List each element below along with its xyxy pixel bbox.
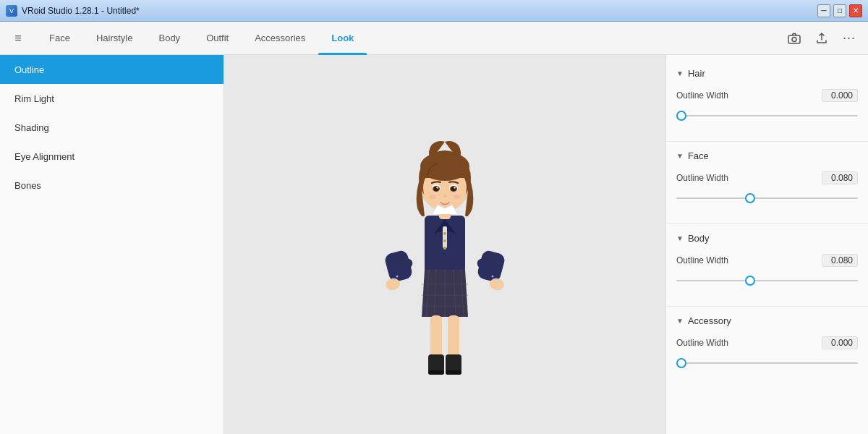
accessory-outline-row: Outline Width 0.000	[676, 336, 858, 349]
face-outline-slider[interactable]	[676, 197, 858, 199]
export-button[interactable]	[810, 27, 833, 50]
camera-button[interactable]	[783, 27, 806, 50]
content-area: Outline Rim Light Shading Eye Alignment …	[0, 55, 868, 434]
svg-point-11	[443, 239, 446, 242]
tab-face[interactable]: Face	[36, 22, 83, 55]
accessory-outline-slider[interactable]	[676, 362, 858, 364]
character-body	[383, 216, 506, 375]
hair-outline-slider-container[interactable]	[676, 108, 858, 122]
hair-outline-slider[interactable]	[676, 115, 858, 116]
section-accessory-content: Outline Width 0.000	[666, 332, 868, 386]
svg-rect-27	[428, 370, 444, 375]
divider-1	[666, 141, 868, 142]
sidebar: Outline Rim Light Shading Eye Alignment …	[0, 55, 224, 434]
sidebar-item-eye-alignment[interactable]: Eye Alignment	[0, 142, 224, 171]
hair-outline-label: Outline Width	[676, 90, 822, 101]
section-face-content: Outline Width 0.080	[666, 167, 868, 221]
tab-body[interactable]: Body	[145, 22, 193, 55]
face-outline-value: 0.080	[822, 171, 858, 184]
sidebar-item-shading[interactable]: Shading	[0, 113, 224, 142]
tab-accessories[interactable]: Accessories	[242, 22, 318, 55]
right-panel: ▼ Hair Outline Width 0.000 ▼ Face	[665, 55, 868, 434]
svg-point-43	[454, 195, 461, 199]
camera-icon	[788, 32, 801, 45]
svg-point-45	[396, 276, 399, 278]
minimize-button[interactable]: ─	[817, 4, 830, 17]
divider-2	[666, 224, 868, 224]
more-options-button[interactable]: ···	[838, 27, 861, 50]
section-body-header[interactable]: ▼ Body	[666, 227, 868, 250]
more-icon: ···	[843, 30, 856, 46]
body-outline-slider-container[interactable]	[676, 273, 858, 287]
app-container: ≡ Face Hairstyle Body Outfit Accessories…	[0, 22, 868, 434]
divider-3	[666, 306, 868, 307]
section-body-content: Outline Width 0.080	[666, 250, 868, 303]
svg-rect-28	[446, 370, 461, 375]
hair-outline-value: 0.000	[822, 89, 858, 102]
section-hair-label: Hair	[688, 68, 705, 79]
titlebar-buttons[interactable]: ─ □ ✕	[817, 4, 862, 17]
chevron-hair-icon: ▼	[676, 69, 684, 77]
hair-outline-row: Outline Width 0.000	[676, 89, 858, 102]
sidebar-item-rim-light[interactable]: Rim Light	[0, 84, 224, 113]
section-accessory-label: Accessory	[688, 315, 731, 326]
titlebar-left: V VRoid Studio 1.28.1 - Untitled*	[6, 5, 140, 17]
face-outline-label: Outline Width	[676, 173, 822, 183]
character-container	[224, 55, 665, 434]
tab-look[interactable]: Look	[318, 22, 367, 55]
maximize-button[interactable]: □	[833, 4, 846, 17]
section-face-header[interactable]: ▼ Face	[666, 145, 868, 167]
svg-point-10	[443, 232, 446, 235]
svg-point-37	[436, 187, 438, 188]
character-svg	[373, 93, 517, 396]
tab-hairstyle[interactable]: Hairstyle	[83, 22, 146, 55]
section-accessory-header[interactable]: ▼ Accessory	[666, 310, 868, 332]
body-outline-row: Outline Width 0.080	[676, 254, 858, 267]
svg-rect-5	[476, 250, 506, 284]
sidebar-item-outline[interactable]: Outline	[0, 55, 224, 84]
svg-rect-23	[430, 315, 442, 359]
titlebar: V VRoid Studio 1.28.1 - Untitled* ─ □ ✕	[0, 0, 868, 22]
face-outline-row: Outline Width 0.080	[676, 171, 858, 184]
tabbar-actions: ···	[783, 27, 861, 50]
section-hair-content: Outline Width 0.000	[666, 85, 868, 138]
svg-rect-24	[448, 315, 459, 359]
face-outline-slider-container[interactable]	[676, 190, 858, 205]
section-face-label: Face	[688, 150, 709, 161]
svg-point-44	[393, 278, 396, 281]
export-icon	[815, 32, 828, 45]
body-outline-slider[interactable]	[676, 280, 858, 281]
svg-point-41	[454, 187, 455, 188]
hamburger-menu-icon[interactable]: ≡	[7, 27, 29, 49]
svg-rect-3	[383, 250, 413, 284]
tab-outfit[interactable]: Outfit	[193, 22, 242, 55]
svg-point-12	[443, 247, 446, 250]
svg-point-1	[792, 37, 796, 41]
svg-rect-9	[443, 226, 447, 248]
svg-rect-0	[788, 35, 800, 43]
section-body-label: Body	[688, 233, 710, 244]
svg-point-46	[495, 278, 497, 281]
chevron-body-icon: ▼	[676, 234, 684, 242]
body-outline-value: 0.080	[822, 254, 858, 267]
sidebar-item-bones[interactable]: Bones	[0, 171, 224, 200]
section-hair-header[interactable]: ▼ Hair	[666, 62, 868, 85]
preview-area	[224, 55, 665, 434]
accessory-outline-slider-container[interactable]	[676, 355, 858, 370]
app-title: VRoid Studio 1.28.1 - Untitled*	[22, 6, 140, 16]
chevron-face-icon: ▼	[676, 152, 684, 160]
accessory-outline-value: 0.000	[822, 336, 858, 349]
body-outline-label: Outline Width	[676, 255, 822, 265]
chevron-accessory-icon: ▼	[676, 317, 684, 325]
close-button[interactable]: ✕	[849, 4, 862, 17]
tabbar: ≡ Face Hairstyle Body Outfit Accessories…	[0, 22, 868, 55]
svg-point-47	[492, 276, 494, 278]
app-icon: V	[6, 5, 17, 17]
accessory-outline-label: Outline Width	[676, 338, 822, 348]
svg-point-42	[429, 195, 436, 199]
